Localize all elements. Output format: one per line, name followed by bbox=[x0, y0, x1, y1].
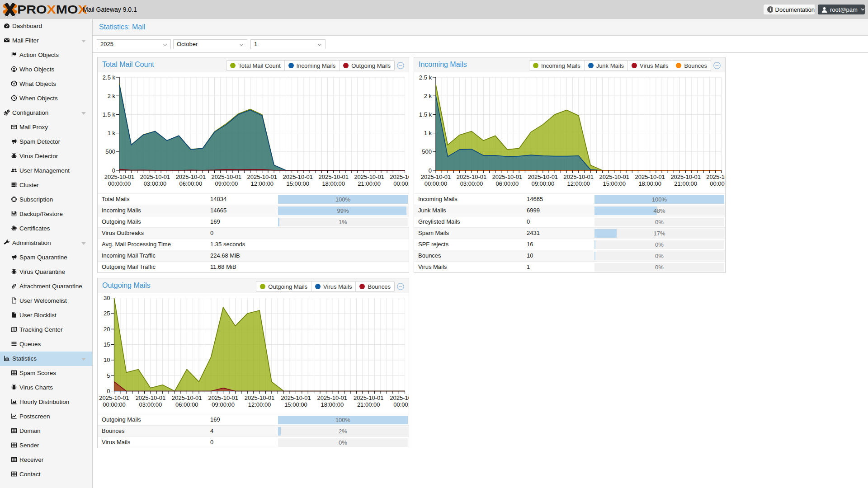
svg-text:06:00:00: 06:00:00 bbox=[496, 180, 519, 187]
svg-text:18:00:00: 18:00:00 bbox=[322, 180, 345, 187]
svg-text:500: 500 bbox=[422, 148, 432, 155]
svg-text:15: 15 bbox=[104, 341, 110, 348]
svg-text:500: 500 bbox=[105, 148, 115, 155]
svg-text:2 k: 2 k bbox=[424, 93, 432, 99]
svg-text:1.5 k: 1.5 k bbox=[103, 111, 116, 118]
svg-text:2025-10-01: 2025-10-01 bbox=[635, 174, 665, 180]
svg-text:09:00:00: 09:00:00 bbox=[215, 180, 238, 187]
svg-text:25: 25 bbox=[104, 310, 110, 317]
svg-text:10: 10 bbox=[104, 357, 110, 363]
svg-text:00:00:00: 00:00:00 bbox=[103, 401, 126, 408]
svg-text:2025-10-01: 2025-10-01 bbox=[104, 174, 135, 180]
svg-text:2025-10-01: 2025-10-01 bbox=[492, 174, 523, 180]
svg-text:21:00:00: 21:00:00 bbox=[357, 401, 380, 408]
svg-text:0: 0 bbox=[107, 388, 110, 394]
svg-text:03:00:00: 03:00:00 bbox=[139, 401, 162, 408]
svg-text:00:00:00: 00:00:00 bbox=[108, 180, 131, 187]
svg-text:2025-10-01: 2025-10-01 bbox=[354, 174, 384, 180]
svg-text:2025-10-01: 2025-10-01 bbox=[136, 394, 166, 401]
svg-text:21:00:00: 21:00:00 bbox=[358, 180, 381, 187]
svg-text:15:00:00: 15:00:00 bbox=[603, 180, 626, 187]
svg-text:00:00:00: 00:00:00 bbox=[393, 180, 409, 187]
svg-text:18:00:00: 18:00:00 bbox=[321, 401, 344, 408]
svg-text:1 k: 1 k bbox=[424, 130, 432, 136]
svg-text:15:00:00: 15:00:00 bbox=[284, 401, 307, 408]
svg-text:2025-10-01: 2025-10-01 bbox=[599, 174, 630, 180]
svg-text:12:00:00: 12:00:00 bbox=[567, 180, 590, 187]
svg-text:09:00:00: 09:00:00 bbox=[212, 401, 235, 408]
svg-text:15:00:00: 15:00:00 bbox=[286, 180, 309, 187]
svg-text:2025-10-01: 2025-10-01 bbox=[528, 174, 558, 180]
svg-text:21:00:00: 21:00:00 bbox=[674, 180, 697, 187]
svg-text:2025-10-01: 2025-10-01 bbox=[318, 174, 349, 180]
svg-text:0: 0 bbox=[429, 167, 432, 174]
svg-text:2025-10-01: 2025-10-01 bbox=[99, 394, 129, 401]
svg-text:2025-10-01: 2025-10-01 bbox=[457, 174, 486, 180]
svg-text:2025-10-01: 2025-10-01 bbox=[245, 394, 275, 401]
svg-text:18:00:00: 18:00:00 bbox=[638, 180, 661, 187]
svg-text:09:00:00: 09:00:00 bbox=[532, 180, 555, 187]
svg-text:2025-10-01: 2025-10-01 bbox=[283, 174, 313, 180]
svg-text:5: 5 bbox=[107, 372, 110, 379]
svg-text:06:00:00: 06:00:00 bbox=[179, 180, 203, 187]
svg-text:00:00:00: 00:00:00 bbox=[425, 180, 448, 187]
svg-text:2025-10-02: 2025-10-02 bbox=[390, 394, 409, 401]
svg-text:2025-10-01: 2025-10-01 bbox=[281, 394, 311, 401]
svg-text:20: 20 bbox=[104, 326, 110, 333]
svg-text:12:00:00: 12:00:00 bbox=[250, 180, 274, 187]
svg-text:2025-10-01: 2025-10-01 bbox=[421, 174, 451, 180]
svg-text:2.5 k: 2.5 k bbox=[103, 74, 116, 81]
svg-text:2025-10-01: 2025-10-01 bbox=[208, 394, 238, 401]
svg-text:06:00:00: 06:00:00 bbox=[175, 401, 198, 408]
svg-text:2025-10-01: 2025-10-01 bbox=[176, 174, 206, 180]
svg-text:2025-10-01: 2025-10-01 bbox=[564, 174, 594, 180]
svg-text:2 k: 2 k bbox=[108, 93, 116, 99]
svg-text:1.5 k: 1.5 k bbox=[419, 111, 432, 118]
svg-text:2.5 k: 2.5 k bbox=[419, 74, 432, 81]
svg-text:2025-10-01: 2025-10-01 bbox=[140, 174, 170, 180]
svg-text:2025-10-02: 2025-10-02 bbox=[706, 174, 725, 180]
svg-text:2025-10-01: 2025-10-01 bbox=[172, 394, 202, 401]
svg-text:03:00:00: 03:00:00 bbox=[460, 180, 483, 187]
svg-text:2025-10-01: 2025-10-01 bbox=[247, 174, 278, 180]
svg-text:12:00:00: 12:00:00 bbox=[248, 401, 271, 408]
svg-text:2025-10-01: 2025-10-01 bbox=[670, 174, 701, 180]
svg-text:2025-10-01: 2025-10-01 bbox=[317, 394, 348, 401]
svg-text:2025-10-01: 2025-10-01 bbox=[212, 174, 241, 180]
svg-text:0: 0 bbox=[112, 167, 115, 174]
svg-text:1 k: 1 k bbox=[108, 130, 116, 136]
svg-text:2025-10-01: 2025-10-01 bbox=[354, 394, 384, 401]
svg-text:30: 30 bbox=[104, 295, 110, 301]
svg-text:2025-10-02: 2025-10-02 bbox=[390, 174, 409, 180]
svg-text:03:00:00: 03:00:00 bbox=[144, 180, 167, 187]
svg-text:00:00:00: 00:00:00 bbox=[393, 401, 409, 408]
svg-text:00:00:00: 00:00:00 bbox=[710, 180, 725, 187]
